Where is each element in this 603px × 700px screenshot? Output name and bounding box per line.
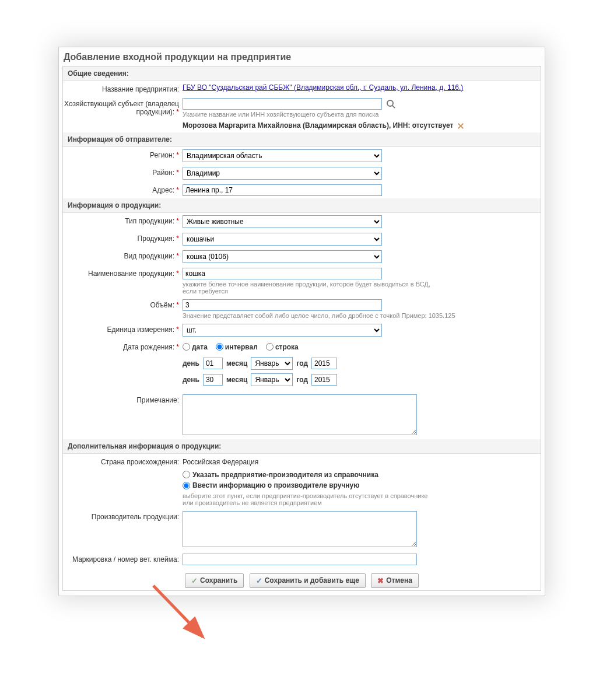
- form-panel: Общие сведения: Название предприятия: ГБ…: [62, 66, 541, 591]
- region-label: Регион: *: [63, 149, 183, 159]
- birth-label: Дата рождения: *: [63, 341, 183, 351]
- cancel-icon: ✖: [377, 576, 384, 585]
- year-label-to: год: [296, 376, 308, 384]
- name-hint: укажите более точное наименование продук…: [183, 281, 433, 295]
- month-label-to: месяц: [226, 376, 247, 384]
- name-input[interactable]: [183, 268, 382, 279]
- district-select[interactable]: Владимир: [183, 167, 382, 180]
- producer-radio-directory[interactable]: Указать предприятие-производителя из спр…: [183, 471, 378, 479]
- region-select[interactable]: Владимирская область: [183, 149, 382, 162]
- volume-hint: Значение представляет собой либо целое ч…: [183, 312, 536, 319]
- delete-owner-icon[interactable]: [457, 122, 465, 130]
- volume-label: Объём: *: [63, 299, 183, 309]
- volume-input[interactable]: [183, 299, 382, 311]
- birth-radio-string[interactable]: строка: [266, 343, 299, 351]
- day-label-to: день: [183, 376, 199, 384]
- note-label: Примечание:: [63, 394, 183, 404]
- type-label: Тип продукции: *: [63, 215, 183, 225]
- to-month-select[interactable]: Январь: [251, 373, 293, 386]
- marking-input[interactable]: [183, 554, 417, 565]
- producer-label: Производитель продукции:: [63, 511, 183, 521]
- owner-hint: Укажите название или ИНН хозяйствующего …: [183, 111, 536, 118]
- svg-line-0: [153, 586, 203, 637]
- product-select[interactable]: кошачьи: [183, 233, 382, 246]
- birth-radio-interval[interactable]: интервал: [216, 343, 258, 351]
- kind-select[interactable]: кошка (0106): [183, 250, 382, 263]
- section-product-header: Информация о продукции:: [63, 198, 541, 213]
- buttons-row: ✓ Сохранить ✓ Сохранить и добавить еще ✖…: [63, 568, 541, 590]
- name-label: Наименование продукции: *: [63, 268, 183, 278]
- note-textarea[interactable]: [183, 394, 417, 435]
- owner-search-input[interactable]: [183, 98, 382, 110]
- cancel-button[interactable]: ✖ Отмена: [371, 573, 419, 588]
- save-add-button[interactable]: ✓ Сохранить и добавить еще: [250, 573, 366, 588]
- address-label: Адрес: *: [63, 184, 183, 194]
- marking-label: Маркировка / номер вет. клейма:: [63, 554, 183, 564]
- search-icon[interactable]: [386, 99, 397, 110]
- producer-radio-manual[interactable]: Ввести информацию о производителе вручну…: [183, 481, 360, 489]
- year-label-from: год: [296, 359, 308, 368]
- address-input[interactable]: [183, 184, 382, 196]
- unit-select[interactable]: шт.: [183, 324, 382, 337]
- section-additional-header: Дополнительная информация о продукции:: [63, 439, 541, 454]
- day-label-from: день: [183, 359, 199, 368]
- to-year-input[interactable]: [311, 374, 337, 386]
- owner-label: Хозяйствующий субъект (владелец продукци…: [63, 98, 183, 116]
- enterprise-link[interactable]: ГБУ ВО "Суздальская рай СББЖ" (Владимирс…: [183, 83, 463, 92]
- to-day-input[interactable]: [203, 374, 223, 386]
- from-year-input[interactable]: [311, 358, 337, 369]
- from-day-input[interactable]: [203, 358, 223, 369]
- birth-radio-date[interactable]: дата: [183, 343, 208, 351]
- district-label: Район: *: [63, 167, 183, 177]
- from-month-select[interactable]: Январь: [251, 357, 293, 370]
- section-sender-header: Информация об отправителе:: [63, 132, 541, 147]
- owner-selected: Морозова Маргарита Михайловна (Владимирс…: [183, 121, 536, 130]
- producer-textarea[interactable]: [183, 511, 417, 547]
- kind-label: Вид продукции: *: [63, 250, 183, 260]
- origin-value: Российская Федерация: [183, 456, 541, 466]
- producer-radio-hint: выберите этот пункт, если предприятие-пр…: [183, 492, 433, 506]
- section-general-header: Общие сведения:: [63, 66, 541, 81]
- main-panel: Добавление входной продукции на предприя…: [58, 47, 545, 596]
- origin-label: Страна происхождения:: [63, 456, 183, 466]
- type-select[interactable]: Живые животные: [183, 215, 382, 228]
- unit-label: Единица измерения: *: [63, 324, 183, 334]
- check-plus-icon: ✓: [256, 576, 262, 585]
- page-title: Добавление входной продукции на предприя…: [62, 52, 541, 62]
- enterprise-label: Название предприятия:: [63, 83, 183, 93]
- product-label: Продукция: *: [63, 233, 183, 243]
- check-icon: ✓: [191, 576, 198, 585]
- save-button[interactable]: ✓ Сохранить: [185, 573, 244, 588]
- month-label-from: месяц: [226, 359, 247, 368]
